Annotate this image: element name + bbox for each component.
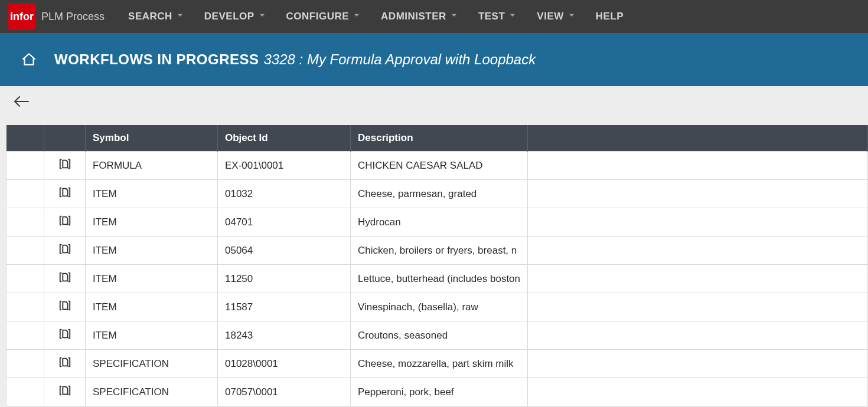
table-row[interactable]: SPECIFICATION01028\0001Cheese, mozzarell… <box>6 350 868 378</box>
cell-objectid: 11587 <box>218 293 351 321</box>
table-row[interactable]: ITEM11250Lettuce, butterhead (includes b… <box>6 265 868 293</box>
cell-empty <box>528 152 868 180</box>
data-grid: Symbol Object Id Description FORMULAEX-0… <box>6 125 868 406</box>
cell-description: Croutons, seasoned <box>351 321 528 350</box>
cell-objectid: 11250 <box>218 265 351 293</box>
cell-description: Cheese, mozzarella, part skim milk <box>351 350 528 378</box>
cell-objectid: 05064 <box>218 237 351 265</box>
cell-objectid: 18243 <box>218 321 351 350</box>
cell-empty <box>528 378 868 406</box>
chevron-down-icon <box>353 11 361 22</box>
nav-item-administer[interactable]: ADMINISTER <box>381 11 458 22</box>
table-row[interactable]: ITEM18243Croutons, seasoned <box>6 321 868 350</box>
cell-symbol: SPECIFICATION <box>86 378 218 406</box>
cell-empty <box>528 265 868 293</box>
object-icon[interactable] <box>58 299 71 312</box>
nav-item-label: CONFIGURE <box>286 11 350 22</box>
row-select-cell[interactable] <box>6 378 44 406</box>
object-icon[interactable] <box>58 242 71 255</box>
nav-item-view[interactable]: VIEW <box>537 11 575 22</box>
cell-empty <box>528 350 868 378</box>
nav-item-search[interactable]: SEARCH <box>128 11 184 22</box>
table-row[interactable]: FORMULAEX-001\0001CHICKEN CAESAR SALAD <box>6 152 868 180</box>
object-icon[interactable] <box>58 186 71 199</box>
chevron-down-icon <box>258 11 266 22</box>
cell-empty <box>528 208 868 237</box>
nav-item-label: DEVELOP <box>204 11 254 22</box>
col-header-objectid[interactable]: Object Id <box>218 125 351 152</box>
col-header-rest <box>528 125 868 152</box>
chevron-down-icon <box>176 11 184 22</box>
chevron-down-icon <box>567 11 576 22</box>
row-icon-cell <box>44 180 86 208</box>
cell-symbol: ITEM <box>86 208 218 237</box>
cell-empty <box>528 180 868 208</box>
cell-description: Pepperoni, pork, beef <box>351 378 528 406</box>
row-icon-cell <box>44 350 86 378</box>
row-select-cell[interactable] <box>6 350 44 378</box>
chevron-down-icon <box>450 11 458 22</box>
nav-item-test[interactable]: TEST <box>478 11 517 22</box>
back-icon[interactable] <box>13 94 31 109</box>
row-select-cell[interactable] <box>6 265 44 293</box>
cell-symbol: ITEM <box>86 321 218 350</box>
table-row[interactable]: ITEM11587Vinespinach, (basella), raw <box>6 293 868 321</box>
row-icon-cell <box>44 378 86 406</box>
row-select-cell[interactable] <box>6 293 44 321</box>
home-icon[interactable] <box>21 52 37 67</box>
row-icon-cell <box>44 208 86 237</box>
app-name: PLM Process <box>41 11 105 23</box>
toolbar <box>0 86 868 125</box>
col-header-icon <box>44 125 86 152</box>
chevron-down-icon <box>508 11 517 22</box>
cell-objectid: EX-001\0001 <box>218 152 351 180</box>
cell-empty <box>528 321 868 350</box>
table-row[interactable]: ITEM01032Cheese, parmesan, grated <box>6 180 868 208</box>
cell-description: Chicken, broilers or fryers, breast, n <box>351 237 528 265</box>
nav-item-help[interactable]: HELP <box>596 11 624 22</box>
table-row[interactable]: ITEM04701Hydrocan <box>6 208 868 237</box>
cell-description: Lettuce, butterhead (includes boston <box>351 265 528 293</box>
object-icon[interactable] <box>58 271 71 284</box>
top-nav: infor PLM Process SEARCHDEVELOPCONFIGURE… <box>0 0 868 33</box>
nav-item-configure[interactable]: CONFIGURE <box>286 11 361 22</box>
col-header-symbol[interactable]: Symbol <box>86 125 218 152</box>
object-icon[interactable] <box>58 157 71 170</box>
cell-description: Hydrocan <box>351 208 528 237</box>
object-icon[interactable] <box>58 214 71 227</box>
cell-symbol: SPECIFICATION <box>86 350 218 378</box>
row-select-cell[interactable] <box>6 208 44 237</box>
table-header-row: Symbol Object Id Description <box>6 125 868 152</box>
row-select-cell[interactable] <box>6 237 44 265</box>
row-icon-cell <box>44 152 86 180</box>
nav-item-label: ADMINISTER <box>381 11 446 22</box>
table-row[interactable]: ITEM05064Chicken, broilers or fryers, br… <box>6 237 868 265</box>
cell-symbol: ITEM <box>86 180 218 208</box>
cell-empty <box>528 293 868 321</box>
row-select-cell[interactable] <box>6 180 44 208</box>
page-title: WORKFLOWS IN PROGRESS <box>54 51 259 68</box>
table-row[interactable]: SPECIFICATION07057\0001Pepperoni, pork, … <box>6 378 868 406</box>
col-header-description[interactable]: Description <box>351 125 528 152</box>
brand-logo[interactable]: infor <box>8 3 35 30</box>
cell-description: CHICKEN CAESAR SALAD <box>351 152 528 180</box>
nav-item-label: VIEW <box>537 11 563 22</box>
nav-item-develop[interactable]: DEVELOP <box>204 11 266 22</box>
cell-symbol: ITEM <box>86 265 218 293</box>
top-menu: SEARCHDEVELOPCONFIGUREADMINISTERTESTVIEW… <box>128 11 624 22</box>
nav-item-label: HELP <box>596 11 624 22</box>
col-header-select <box>6 125 44 152</box>
cell-objectid: 07057\0001 <box>218 378 351 406</box>
page-subtitle: 3328 : My Formula Approval with Loopback <box>264 51 536 68</box>
data-grid-wrap: Symbol Object Id Description FORMULAEX-0… <box>6 125 868 406</box>
cell-symbol: FORMULA <box>86 152 218 180</box>
row-select-cell[interactable] <box>6 152 44 180</box>
nav-item-label: TEST <box>478 11 505 22</box>
cell-description: Cheese, parmesan, grated <box>351 180 528 208</box>
object-icon[interactable] <box>58 356 71 369</box>
object-icon[interactable] <box>58 327 71 340</box>
cell-symbol: ITEM <box>86 237 218 265</box>
row-select-cell[interactable] <box>6 321 44 350</box>
object-icon[interactable] <box>58 384 71 397</box>
row-icon-cell <box>44 321 86 350</box>
